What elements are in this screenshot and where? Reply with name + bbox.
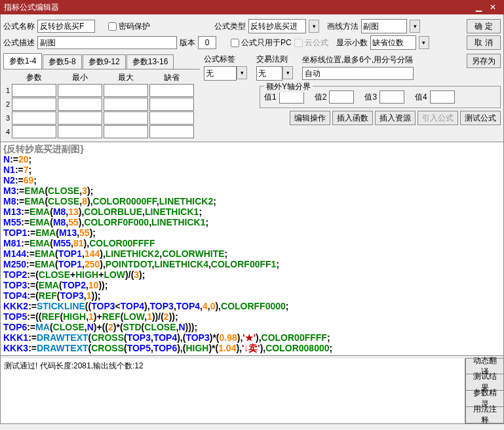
version-input[interactable] xyxy=(198,36,216,49)
top-panel: 公式名称 密码保护 公式类型 反转抄底买进▾ 画线方法 副图▾ 确 定 公式描述… xyxy=(0,14,504,142)
dropdown-icon[interactable]: ▾ xyxy=(282,66,293,79)
dropdown-icon[interactable]: ▾ xyxy=(410,20,420,33)
cloud-formula-checkbox: 云公式 xyxy=(294,37,328,49)
draw-method-select[interactable]: 副图 xyxy=(361,19,407,33)
close-button[interactable]: ✕ xyxy=(486,3,500,12)
code-line: TOP4:=(REF(TOP3,1)); xyxy=(3,290,501,301)
val4-input[interactable] xyxy=(430,90,455,104)
param-row: 3 xyxy=(3,111,200,125)
version-label: 版本 xyxy=(180,37,195,49)
side-buttons: 动态翻译 测试结果 参数精灵 用法注释 xyxy=(465,359,503,423)
code-line: M250:=EMA(TOP1,250),POINTDOT,LINETHICK4,… xyxy=(3,259,501,269)
trade-rule-label: 交易法则 xyxy=(256,54,293,65)
dropdown-icon[interactable]: ▾ xyxy=(419,36,429,49)
import-formula-button[interactable]: 引入公式 xyxy=(417,111,458,125)
param-grid: 参数 最小 最大 缺省 1 2 3 4 xyxy=(3,71,200,138)
extra-y-legend: 额外Y轴分界 xyxy=(264,81,313,92)
param-input[interactable] xyxy=(58,98,102,111)
cancel-button[interactable]: 取 消 xyxy=(467,35,501,50)
formula-name-input[interactable] xyxy=(37,20,95,33)
formula-label-select[interactable]: 无 xyxy=(204,66,237,81)
code-line: KKK1:=DRAWTEXT(CROSS(TOP3,TOP4),(TOP3)*(… xyxy=(3,332,501,343)
ok-button[interactable]: 确 定 xyxy=(467,19,501,33)
val2-input[interactable] xyxy=(329,90,354,104)
param-row: 2 xyxy=(3,98,200,111)
password-protect-checkbox[interactable]: 密码保护 xyxy=(108,21,150,32)
val1-input[interactable] xyxy=(279,90,304,104)
edit-op-button[interactable]: 编辑操作 xyxy=(290,111,330,125)
param-input[interactable] xyxy=(104,125,148,138)
code-line: M3:=EMA(CLOSE,3); xyxy=(3,186,501,196)
val3-input[interactable] xyxy=(379,90,404,104)
tab-params-5-8[interactable]: 参数5-8 xyxy=(43,54,81,69)
window-title: 指标公式编辑器 xyxy=(4,2,471,13)
code-line: TOP5:=((REF(HIGH,1)+REF(LOW,1))/(2)); xyxy=(3,311,501,322)
param-input[interactable] xyxy=(58,84,102,97)
show-decimal-select[interactable]: 缺省位数 xyxy=(370,35,416,50)
tab-params-9-12[interactable]: 参数9-12 xyxy=(83,54,126,69)
code-line: M8:=EMA(CLOSE,8),COLOR0000FF,LINETHICK2; xyxy=(3,196,501,206)
dropdown-icon[interactable]: ▾ xyxy=(237,66,247,79)
param-input[interactable] xyxy=(149,125,194,138)
insert-func-button[interactable]: 插入函数 xyxy=(332,111,373,125)
param-input[interactable] xyxy=(104,111,148,125)
param-input[interactable] xyxy=(12,125,56,138)
code-line: KKK3:=DRAWTEXT(CROSS(TOP5,TOP6),(HIGH)*(… xyxy=(3,343,501,353)
code-editor[interactable]: {反转抄底买进副图} N:=20; N1:=7; N2:=69; M3:=EMA… xyxy=(0,142,504,356)
pc-only-checkbox[interactable]: 公式只用于PC xyxy=(231,37,292,49)
saveas-button[interactable]: 另存为 xyxy=(467,54,501,68)
param-input[interactable] xyxy=(104,98,148,111)
formula-desc-label: 公式描述 xyxy=(3,37,35,49)
param-row: 1 xyxy=(3,84,200,97)
code-line: KKK2:=STICKLINE((TOP3<TOP4),TOP3,TOP4,4,… xyxy=(3,301,501,311)
param-input[interactable] xyxy=(12,84,56,97)
draw-method-label: 画线方法 xyxy=(327,21,359,32)
coord-hint-label: 坐标线位置,最多6个,用分号分隔 xyxy=(302,54,464,66)
tab-params-13-16[interactable]: 参数13-16 xyxy=(126,54,174,69)
param-input[interactable] xyxy=(12,98,56,111)
tab-params-1-4[interactable]: 参数1-4 xyxy=(3,53,42,69)
param-input[interactable] xyxy=(149,98,194,111)
param-input[interactable] xyxy=(149,84,194,97)
coord-input[interactable] xyxy=(302,67,414,80)
param-input[interactable] xyxy=(12,111,56,125)
titlebar: 指标公式编辑器 ▁ ✕ xyxy=(0,0,504,14)
code-line: TOP2:=(CLOSE+HIGH+LOW)/(3); xyxy=(3,269,501,280)
formula-desc-input[interactable] xyxy=(37,36,177,49)
status-message: 测试通过! 代码长度:2081,输出线个数:12 xyxy=(1,359,465,423)
test-formula-button[interactable]: 测试公式 xyxy=(460,111,501,125)
show-decimal-label: 显示小数 xyxy=(336,37,368,49)
code-line: M81:=EMA(M55,81),COLOR00FFFF xyxy=(3,238,501,248)
code-line: TOP6:=MA(CLOSE,N)+((2)*(STD(CLOSE,N))); xyxy=(3,322,501,332)
code-line: M55:=EMA(M8,55),COLORF0F000,LINETHICK1; xyxy=(3,217,501,227)
formula-type-label: 公式类型 xyxy=(214,21,246,32)
formula-name-label: 公式名称 xyxy=(3,21,35,32)
code-line: {反转抄底买进副图} xyxy=(3,144,501,154)
formula-type-select[interactable]: 反转抄底买进 xyxy=(248,19,306,33)
param-input[interactable] xyxy=(149,111,194,125)
bottom-panel: 测试通过! 代码长度:2081,输出线个数:12 动态翻译 测试结果 参数精灵 … xyxy=(0,359,504,424)
param-input[interactable] xyxy=(58,125,102,138)
code-line: TOP1:=EMA(M13,55); xyxy=(3,227,501,238)
formula-label-label: 公式标签 xyxy=(204,54,247,65)
minimize-button[interactable]: ▁ xyxy=(471,3,486,12)
trade-rule-select[interactable]: 无 xyxy=(256,66,282,81)
code-line: TOP3:=(EMA(TOP2,10)); xyxy=(3,280,501,290)
code-line: N2:=69; xyxy=(3,175,501,186)
param-input[interactable] xyxy=(58,111,102,125)
code-line: M13:=EMA(M8,13),COLORBLUE,LINETHICK1; xyxy=(3,206,501,217)
code-line: N1:=7; xyxy=(3,165,501,175)
param-row: 4 xyxy=(3,125,200,138)
param-tabs: 参数1-4 参数5-8 参数9-12 参数13-16 xyxy=(3,53,200,69)
param-input[interactable] xyxy=(104,84,148,97)
insert-res-button[interactable]: 插入资源 xyxy=(375,111,416,125)
dropdown-icon[interactable]: ▾ xyxy=(309,20,319,33)
code-line: N:=20; xyxy=(3,154,501,165)
code-line: M144:=EMA(TOP1,144),LINETHICK2,COLORWHIT… xyxy=(3,248,501,259)
usage-note-button[interactable]: 用法注释 xyxy=(465,407,503,423)
